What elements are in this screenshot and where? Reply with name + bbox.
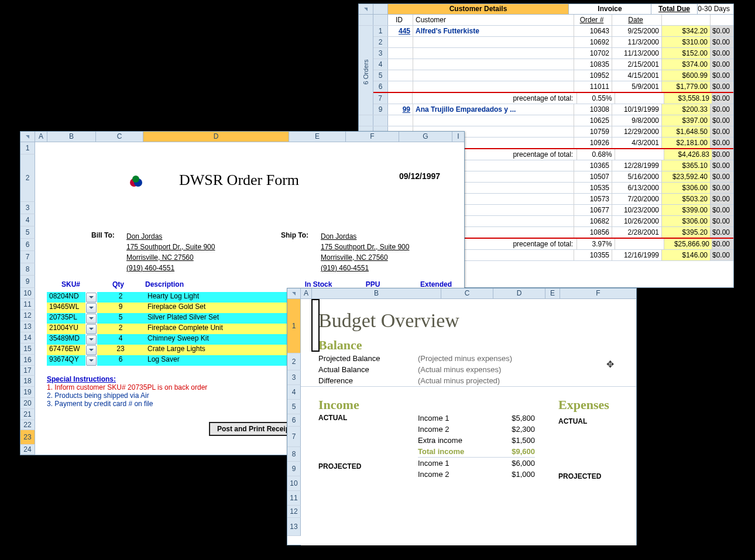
row-number[interactable]: 12 (20, 310, 35, 321)
customer-row[interactable]: 1445Alfred's Futterkiste106439/25/2000$3… (359, 26, 733, 37)
row-number[interactable]: 14 (20, 332, 35, 343)
row-number[interactable]: 5 (20, 226, 35, 239)
chevron-down-icon[interactable] (86, 324, 97, 334)
active-cell-cursor[interactable] (311, 299, 320, 352)
col-A[interactable]: A (35, 132, 47, 142)
row-number[interactable]: 17 (20, 366, 35, 376)
col-G[interactable]: G (399, 132, 452, 142)
sku-dropdown[interactable] (85, 334, 97, 345)
col-F[interactable]: F (346, 132, 399, 142)
sku-dropdown[interactable] (85, 345, 97, 355)
sku-dropdown[interactable] (85, 324, 97, 334)
row-number[interactable]: 20 (20, 398, 35, 409)
row-number[interactable]: 10 (287, 476, 301, 491)
col-A[interactable]: A (301, 288, 312, 298)
col-C[interactable]: C (441, 288, 493, 298)
expenses-actual-label: ACTUAL (558, 416, 636, 425)
customer-row[interactable]: 6110115/9/2001$1,779.00$0.00 (359, 81, 733, 93)
row-number[interactable]: 9 (20, 276, 35, 288)
customer-row[interactable]: 999Ana Trujillo Emparedados y ...1030810… (359, 104, 733, 115)
sku-dropdown[interactable] (85, 313, 97, 324)
form-date: 09/12/1997 (399, 171, 440, 181)
header-0-30-days: 0-30 Days (698, 4, 733, 14)
col-F[interactable]: F (560, 288, 636, 298)
row-number[interactable]: 2 (20, 154, 35, 202)
row-number[interactable]: 18 (20, 376, 35, 387)
col-B[interactable]: B (312, 288, 441, 298)
customer-row[interactable]: 31070211/13/2000$152.00$0.00 (359, 48, 733, 59)
corner-cell[interactable] (359, 4, 373, 14)
chevron-down-icon[interactable] (86, 314, 97, 324)
balance-row-difference: Difference(Actual minus projected) (301, 375, 636, 387)
row-number[interactable]: 7 (287, 427, 301, 447)
income-actual-extra: Extra income$1,500 (418, 435, 535, 446)
row-number[interactable]: 10 (20, 288, 35, 299)
col-customer: Customer (413, 15, 574, 25)
row-number[interactable]: 16 (20, 355, 35, 366)
chevron-down-icon[interactable] (86, 293, 97, 303)
row-number[interactable]: 1 (287, 299, 301, 353)
chevron-down-icon[interactable] (86, 335, 97, 345)
customer-row[interactable]: 5109524/15/2001$600.99$0.00 (359, 70, 733, 81)
row-number[interactable]: 1 (20, 142, 35, 154)
sku-dropdown[interactable] (85, 355, 97, 366)
row-number[interactable]: 3 (287, 370, 301, 385)
row-number[interactable]: 7 (20, 251, 35, 263)
col-D[interactable]: D (493, 288, 545, 298)
sku-dropdown[interactable] (85, 292, 97, 303)
row-number[interactable]: 5 (287, 400, 301, 414)
row-number[interactable]: 21 (20, 409, 35, 420)
customer-row[interactable]: 7precentage of total:0.55%$3,558.19$0.00 (359, 93, 733, 104)
customer-row[interactable]: 106259/8/2000$397.00$0.00 (359, 115, 733, 126)
col-I[interactable]: I (452, 132, 464, 142)
row-number[interactable]: 3 (20, 202, 35, 214)
col-E[interactable]: E (289, 132, 346, 142)
ship-to-label: Ship To: (281, 231, 308, 239)
row-number[interactable]: 2 (287, 353, 301, 370)
bill-to-label: Bill To: (91, 231, 115, 239)
hdr-qty: Qty (95, 280, 142, 292)
col-C[interactable]: C (96, 132, 143, 142)
row-number[interactable]: 11 (287, 491, 301, 506)
balance-section-label: Balance (301, 338, 636, 353)
corner-cell[interactable] (20, 132, 35, 142)
row-number[interactable]: 6 (20, 239, 35, 251)
triangle-icon (292, 292, 296, 296)
spacer (373, 15, 388, 25)
row-number[interactable]: 19 (20, 387, 35, 398)
income-actual-2: Income 2$2,300 (418, 424, 535, 435)
customer-row[interactable]: 4108352/15/2001$374.00$0.00 (359, 59, 733, 70)
col-id: ID (388, 15, 413, 25)
row-number[interactable]: 9 (287, 462, 301, 476)
row-number[interactable]: 22 (20, 420, 35, 430)
sku-dropdown[interactable] (85, 303, 97, 313)
row-number[interactable]: 11 (20, 299, 35, 310)
row-number[interactable]: 4 (20, 214, 35, 226)
chevron-down-icon[interactable] (86, 345, 97, 355)
hdr-sku: SKU# (47, 280, 95, 292)
col-B[interactable]: B (47, 132, 96, 142)
group-label-6-orders[interactable]: 6 Orders (359, 35, 373, 108)
chevron-down-icon[interactable] (86, 356, 97, 366)
expenses-section-label: Expenses (558, 397, 636, 413)
col-E[interactable]: E (545, 288, 560, 298)
row-number[interactable]: 4 (287, 385, 301, 400)
budget-title: Budget Overview (301, 299, 636, 338)
col-D[interactable]: D (143, 132, 289, 142)
row-number[interactable]: 12 (287, 506, 301, 518)
corner-cell[interactable] (287, 288, 301, 298)
row-number[interactable]: 8 (20, 263, 35, 276)
row-number[interactable]: 24 (20, 445, 35, 455)
row-number[interactable]: 8 (287, 447, 301, 462)
row-number[interactable]: 23 (20, 430, 35, 445)
budget-row-numbers: 12345678910111213 (287, 299, 301, 545)
row-number[interactable]: 13 (20, 321, 35, 332)
col-order-num: Order # (574, 15, 612, 25)
row-number[interactable]: 6 (287, 414, 301, 427)
row-number[interactable]: 15 (20, 343, 35, 355)
balance-row-projected: Projected Balance(Projected minus expens… (301, 353, 636, 364)
chevron-down-icon[interactable] (86, 303, 97, 313)
row-number[interactable]: 13 (287, 518, 301, 536)
order-column-headers: A B C D E F G I (20, 132, 464, 142)
customer-row[interactable]: 21069211/3/2000$310.00$0.00 (359, 37, 733, 48)
